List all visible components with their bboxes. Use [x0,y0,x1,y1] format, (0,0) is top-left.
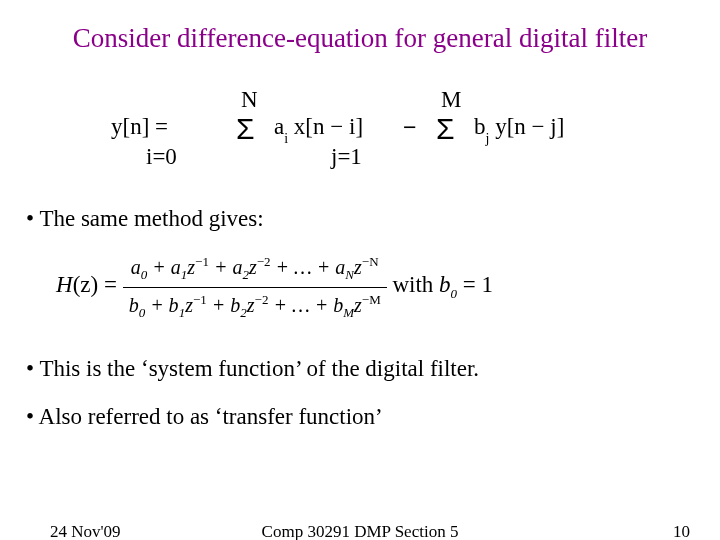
sum-upper-N: N [241,87,258,113]
minus-op: − [403,114,416,141]
coef-b-sub: j [486,131,490,146]
slide-title: Consider difference-equation for general… [26,23,694,54]
bullet-system-function: • This is the ‘system function’ of the d… [26,356,694,382]
transfer-function-equation: H(z) = a0 + a1z−1 + a2z−2 + … + aNz−N b0… [56,250,694,324]
sigma-2: Σ [436,114,455,144]
eq-lhs: y[n] = [111,114,168,140]
bullet-method: • The same method gives: [26,206,694,232]
term-y: y[n − j] [489,114,564,139]
footer-page: 10 [673,522,690,540]
Hz-arg: (z) = [73,272,123,297]
term-x: x[n − i] [288,114,363,139]
Hz-H: H [56,272,73,297]
denominator: b0 + b1z−1 + b2z−2 + … + bMz−M [123,288,387,325]
difference-equation: N M y[n] = Σ ai x[n − i] − Σ bj y[n − j]… [26,84,694,184]
with-text: with [392,272,439,297]
coef-a: a [274,114,284,139]
sum-upper-M: M [441,87,461,113]
coef-b: b [474,114,486,139]
sum-lower-j: j=1 [331,144,362,170]
coef-a-sub: i [284,131,288,146]
sigma-1: Σ [236,114,255,144]
sum-lower-i: i=0 [146,144,177,170]
b0-constraint: b0 = 1 [439,272,493,297]
numerator: a0 + a1z−1 + a2z−2 + … + aNz−N [123,250,387,288]
bullet-transfer-function: • Also referred to as ‘transfer function… [26,404,694,430]
footer-course: Comp 30291 DMP Section 5 [0,522,720,540]
